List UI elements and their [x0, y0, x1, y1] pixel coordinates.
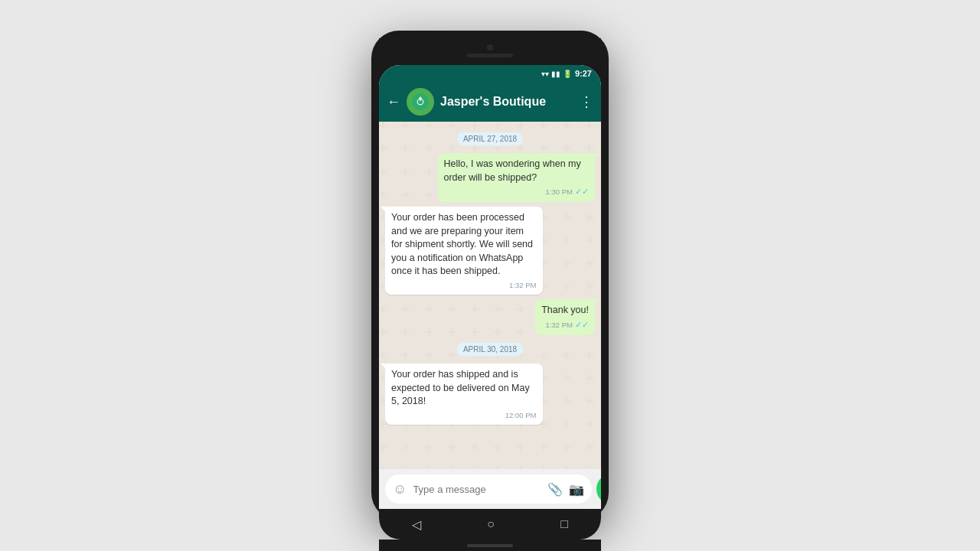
mic-button[interactable] — [596, 474, 601, 504]
message-text: Thank you! — [541, 305, 589, 315]
attach-button[interactable]: 📎 — [547, 482, 563, 497]
home-nav-button[interactable]: ○ — [487, 517, 495, 531]
message-time: 1:32 PM — [509, 280, 536, 290]
bubble-tail — [381, 364, 385, 368]
phone-screen: ▾▾ ▮▮ 🔋 9:27 ← Jasper's Boutique ⋮ — [379, 65, 601, 540]
bubble-tail — [595, 299, 599, 304]
back-nav-button[interactable]: ◁ — [412, 517, 421, 532]
status-bar: ▾▾ ▮▮ 🔋 9:27 — [379, 65, 601, 82]
date-divider: APRIL 30, 2018 — [385, 343, 595, 356]
phone-top — [379, 38, 601, 65]
chat-messages: APRIL 27, 2018 Hello, I was wondering wh… — [379, 122, 601, 469]
message-meta: 1:32 PM — [391, 280, 537, 290]
message-input[interactable] — [413, 484, 541, 495]
wifi-icon: ▾▾ — [541, 70, 549, 78]
bubble-tail — [595, 153, 599, 158]
message-row: Hello, I was wondering when my order wil… — [385, 153, 595, 202]
read-receipt: ✓✓ — [575, 319, 589, 331]
message-text: Your order has been processed and we are… — [391, 212, 533, 276]
input-bar: ☺ 📎 📷 — [379, 469, 601, 509]
phone-device: ▾▾ ▮▮ 🔋 9:27 ← Jasper's Boutique ⋮ — [371, 31, 609, 520]
message-text: Your order has shipped and is expected t… — [391, 369, 530, 406]
phone-bottom — [379, 540, 601, 551]
message-bubble-sent: Thank you! 1:32 PM ✓✓ — [535, 299, 595, 335]
emoji-button[interactable]: ☺ — [393, 481, 407, 497]
status-icons: ▾▾ ▮▮ 🔋 — [541, 70, 572, 78]
message-time: 1:30 PM — [546, 187, 573, 197]
status-time: 9:27 — [575, 69, 592, 78]
message-time: 12:00 PM — [505, 410, 537, 420]
message-meta: 12:00 PM — [391, 410, 537, 420]
message-input-container[interactable]: ☺ 📎 📷 — [385, 474, 592, 504]
message-text: Hello, I was wondering when my order wil… — [444, 158, 581, 183]
message-meta: 1:30 PM ✓✓ — [444, 186, 590, 197]
message-bubble-received: Your order has been processed and we are… — [385, 207, 543, 295]
camera-button[interactable]: 📷 — [569, 482, 584, 497]
signal-icon: ▮▮ — [551, 70, 560, 78]
contact-name: Jasper's Boutique — [440, 95, 573, 109]
date-divider: APRIL 27, 2018 — [385, 132, 595, 145]
read-receipt: ✓✓ — [575, 186, 589, 197]
message-time: 1:32 PM — [546, 320, 573, 330]
message-bubble-sent: Hello, I was wondering when my order wil… — [438, 153, 596, 202]
message-row: Your order has been processed and we are… — [385, 207, 595, 295]
message-meta: 1:32 PM ✓✓ — [541, 319, 589, 331]
more-options-button[interactable]: ⋮ — [580, 93, 593, 110]
bubble-tail — [381, 207, 385, 211]
navigation-bar: ◁ ○ □ — [379, 509, 601, 540]
home-indicator — [467, 544, 513, 547]
message-row: Thank you! 1:32 PM ✓✓ — [385, 299, 595, 335]
contact-avatar — [407, 88, 434, 116]
phone-camera — [487, 44, 493, 51]
battery-icon: 🔋 — [563, 70, 572, 78]
phone-speaker — [467, 54, 513, 57]
date-badge-2: APRIL 30, 2018 — [457, 343, 523, 356]
back-button[interactable]: ← — [387, 94, 400, 110]
date-badge-1: APRIL 27, 2018 — [457, 132, 523, 145]
message-row: Your order has shipped and is expected t… — [385, 364, 595, 425]
chat-header: ← Jasper's Boutique ⋮ — [379, 82, 601, 122]
message-bubble-received: Your order has shipped and is expected t… — [385, 364, 543, 425]
recent-nav-button[interactable]: □ — [560, 517, 568, 531]
